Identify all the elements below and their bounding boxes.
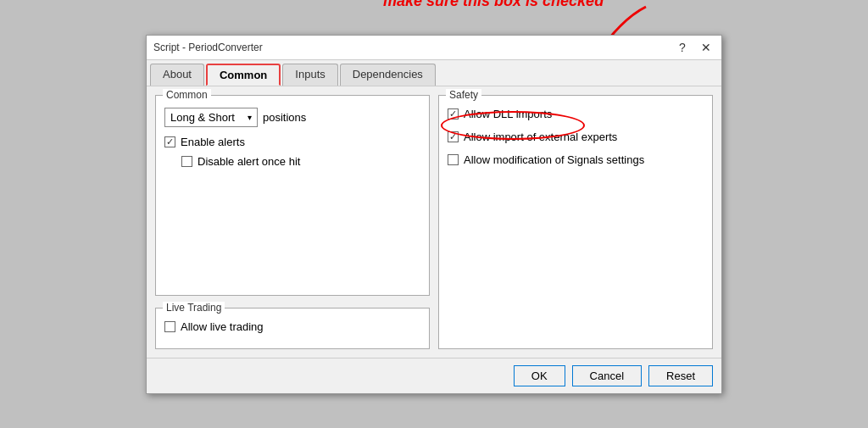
disable-alert-row: Disable alert once hit	[181, 155, 420, 168]
allow-signals-checkbox[interactable]	[448, 154, 459, 165]
window-title: Script - PeriodConverter	[153, 42, 263, 53]
tab-common[interactable]: Common	[206, 64, 281, 86]
tab-about[interactable]: About	[150, 64, 204, 86]
allow-external-experts-checkbox[interactable]	[448, 131, 459, 142]
positions-dropdown[interactable]: Long & Short ▾	[164, 108, 258, 127]
allow-external-experts-label: Allow import of external experts	[464, 131, 617, 143]
cancel-button[interactable]: Cancel	[572, 365, 642, 386]
enable-alerts-checkbox[interactable]	[164, 136, 175, 147]
help-button[interactable]: ?	[674, 41, 691, 54]
positions-label: positions	[263, 111, 306, 124]
dialog-window: Script - PeriodConverter ? ✕ About Commo…	[146, 35, 722, 394]
safety-panel: Safety Allow DLL imports Allow import of…	[438, 95, 713, 349]
safety-panel-title: Safety	[446, 89, 481, 101]
footer: OK Cancel Reset	[147, 358, 721, 393]
disable-alert-label: Disable alert once hit	[198, 155, 300, 168]
allow-dll-label: Allow DLL imports	[464, 108, 552, 120]
ok-button[interactable]: OK	[514, 365, 565, 386]
enable-alerts-label: Enable alerts	[181, 136, 245, 148]
tab-dependencies[interactable]: Dependencies	[340, 64, 436, 86]
allow-live-trading-row: Allow live trading	[164, 320, 420, 333]
allow-signals-row: Allow modification of Signals settings	[448, 153, 704, 166]
allow-dll-checkbox[interactable]	[448, 108, 459, 120]
content-area: Common Long & Short ▾ positions Enable a…	[147, 86, 721, 358]
enable-alerts-row: Enable alerts	[164, 136, 420, 148]
allow-dll-row: Allow DLL imports	[448, 108, 704, 120]
disable-alert-checkbox[interactable]	[181, 156, 192, 167]
common-panel: Common Long & Short ▾ positions Enable a…	[155, 95, 430, 296]
tab-bar: About Common Inputs Dependencies	[147, 60, 721, 86]
title-bar: Script - PeriodConverter ? ✕	[147, 36, 721, 60]
dropdown-value: Long & Short	[170, 111, 235, 124]
tab-inputs[interactable]: Inputs	[282, 64, 337, 86]
live-trading-panel: Live Trading Allow live trading	[155, 308, 430, 349]
close-button[interactable]: ✕	[698, 41, 715, 54]
title-bar-controls: ? ✕	[674, 41, 715, 54]
common-panel-title: Common	[163, 89, 211, 101]
annotation-text: make sure this box is checked	[383, 0, 604, 10]
allow-live-trading-label: Allow live trading	[181, 320, 264, 333]
allow-external-experts-row: Allow import of external experts	[448, 131, 704, 143]
live-trading-title: Live Trading	[163, 302, 225, 314]
dropdown-arrow-icon: ▾	[248, 113, 252, 122]
positions-row: Long & Short ▾ positions	[164, 108, 420, 127]
allow-signals-label: Allow modification of Signals settings	[464, 153, 644, 166]
allow-live-trading-checkbox[interactable]	[164, 321, 175, 332]
reset-button[interactable]: Reset	[648, 365, 713, 386]
